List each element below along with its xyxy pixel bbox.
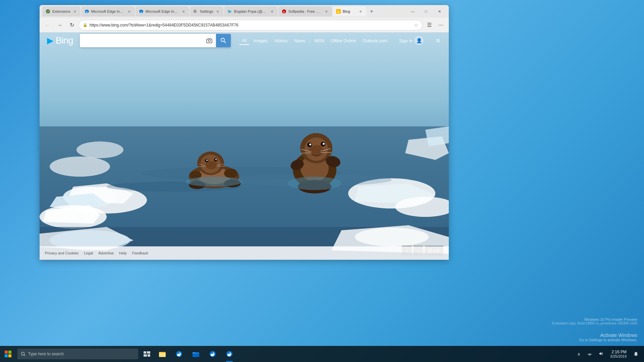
sign-in-label: Sign in bbox=[399, 38, 413, 43]
bing-logo[interactable]: ► Bing bbox=[45, 35, 73, 46]
svg-point-92 bbox=[589, 355, 590, 356]
nav-link-outlook[interactable]: Outlook.com bbox=[360, 37, 390, 45]
bing-nav: ► Bing bbox=[40, 33, 449, 49]
footer-help[interactable]: Help bbox=[119, 251, 127, 255]
tab-edge-insider-2-close[interactable]: ✕ bbox=[181, 9, 186, 14]
nav-link-office[interactable]: Office Online bbox=[328, 37, 359, 45]
edition-text: Windows 10 Pro Insider Preview bbox=[552, 317, 637, 321]
nav-link-news[interactable]: News bbox=[292, 37, 308, 45]
bing-favicon: B bbox=[336, 9, 341, 14]
svg-rect-78 bbox=[8, 354, 11, 357]
network-tray[interactable] bbox=[585, 351, 595, 357]
footer-privacy[interactable]: Privacy and Cookies bbox=[45, 251, 78, 255]
nav-link-videos[interactable]: Videos bbox=[272, 37, 290, 45]
maximize-button[interactable]: □ bbox=[419, 6, 433, 16]
svg-point-46 bbox=[185, 177, 243, 187]
desktop: 🧩 Extensions ✕ E Microsoft Edge Insider … bbox=[0, 0, 644, 362]
taskbar-app-explorer[interactable] bbox=[154, 346, 170, 362]
clock-time: 2:16 PM bbox=[611, 350, 627, 354]
watermark-subtitle: Go to Settings to activate Windows. bbox=[579, 338, 637, 342]
notification-button[interactable] bbox=[631, 346, 641, 362]
tab-twitter[interactable]: 🐦 Bogdan Popa (@bgdftw... ✕ bbox=[224, 6, 278, 16]
edge-insider-2-favicon: e bbox=[139, 9, 144, 14]
svg-point-79 bbox=[21, 352, 24, 355]
taskbar-search[interactable]: Type here to search bbox=[17, 349, 138, 359]
tab-edge-insider-1[interactable]: E Microsoft Edge Insider A... ✕ bbox=[81, 6, 135, 16]
edge-icon-3 bbox=[226, 350, 233, 358]
twitter-favicon: 🐦 bbox=[227, 9, 232, 14]
bing-camera-button[interactable] bbox=[203, 34, 216, 47]
minimize-button[interactable]: — bbox=[406, 6, 419, 16]
nav-bar: ← → ↻ 🔒 https://www.bing.com/?toWww=1&re… bbox=[40, 18, 449, 33]
tab-softpedia-close[interactable]: ✕ bbox=[324, 9, 329, 14]
watermark-title: Activate Windows bbox=[579, 333, 637, 338]
svg-point-24 bbox=[50, 157, 110, 177]
close-button[interactable]: ✕ bbox=[433, 6, 446, 16]
edge-icon-1 bbox=[175, 350, 183, 358]
hub-button[interactable]: ☰ bbox=[424, 20, 435, 31]
settings-favicon: ⚙ bbox=[193, 9, 198, 14]
bing-search-input[interactable] bbox=[80, 38, 203, 44]
tab-softpedia[interactable]: S Softpedia - Free Downl... ✕ bbox=[278, 6, 332, 16]
tab-twitter-close[interactable]: ✕ bbox=[270, 9, 274, 14]
softpedia-favicon: S bbox=[282, 9, 286, 14]
tab-bing-close[interactable]: ✕ bbox=[358, 9, 363, 14]
forward-button[interactable]: → bbox=[54, 20, 65, 31]
volume-tray[interactable] bbox=[596, 351, 606, 357]
new-tab-button[interactable]: + bbox=[367, 7, 376, 16]
task-view-button[interactable] bbox=[140, 346, 154, 362]
footer-legal[interactable]: Legal bbox=[84, 251, 93, 255]
extensions-favicon: 🧩 bbox=[46, 9, 50, 14]
more-button[interactable]: ⋯ bbox=[435, 20, 446, 31]
tab-edge-insider-1-label: Microsoft Edge Insider A... bbox=[91, 9, 125, 13]
nav-link-all[interactable]: All bbox=[239, 37, 249, 45]
svg-rect-77 bbox=[5, 354, 8, 357]
tab-extensions[interactable]: 🧩 Extensions ✕ bbox=[42, 6, 80, 16]
windows-watermark: Activate Windows Go to Settings to activ… bbox=[579, 333, 637, 342]
svg-rect-84 bbox=[148, 354, 150, 357]
bing-footer: Privacy and Cookies Legal Advertise Help… bbox=[40, 246, 449, 260]
back-button[interactable]: ← bbox=[42, 20, 53, 31]
tab-extensions-close[interactable]: ✕ bbox=[72, 9, 77, 14]
svg-rect-82 bbox=[147, 351, 150, 354]
svg-rect-83 bbox=[144, 354, 147, 357]
bing-nav-links: All Images Videos News | MSN Office Onli… bbox=[239, 37, 390, 45]
nav-link-msn[interactable]: MSN bbox=[312, 37, 327, 45]
svg-rect-76 bbox=[8, 351, 11, 354]
taskbar-search-placeholder: Type here to search bbox=[28, 352, 64, 356]
tab-settings[interactable]: ⚙ Settings ✕ bbox=[190, 6, 223, 16]
address-bar[interactable]: 🔒 https://www.bing.com/?toWww=1&redig=54… bbox=[78, 20, 423, 31]
taskbar-app-folder[interactable] bbox=[188, 346, 204, 362]
refresh-button[interactable]: ↻ bbox=[66, 20, 77, 31]
tab-settings-close[interactable]: ✕ bbox=[215, 9, 220, 14]
tab-softpedia-label: Softpedia - Free Downl... bbox=[288, 9, 322, 13]
svg-marker-22 bbox=[425, 126, 449, 146]
bing-menu-button[interactable]: ≡ bbox=[433, 35, 443, 46]
system-tray[interactable]: ∧ bbox=[575, 352, 583, 357]
tab-bing[interactable]: B Bing ✕ bbox=[333, 6, 366, 16]
taskbar-clock[interactable]: 2:16 PM 3/25/2019 bbox=[607, 350, 629, 358]
svg-rect-89 bbox=[193, 353, 199, 357]
taskbar-right: ∧ 2:1 bbox=[575, 346, 644, 362]
footer-feedback[interactable]: Feedback bbox=[132, 251, 148, 255]
svg-point-35 bbox=[215, 159, 217, 160]
start-button[interactable] bbox=[0, 346, 16, 362]
taskbar-search-icon bbox=[21, 352, 25, 356]
sign-in-button[interactable]: Sign in 👤 bbox=[396, 35, 426, 46]
taskbar-app-edge[interactable] bbox=[171, 346, 187, 362]
tab-edge-insider-2[interactable]: e Microsoft Edge Insider ✕ bbox=[136, 6, 189, 16]
tab-edge-insider-1-close[interactable]: ✕ bbox=[127, 9, 131, 14]
nav-separator: | bbox=[309, 38, 310, 43]
svg-point-34 bbox=[206, 160, 208, 161]
svg-point-23 bbox=[76, 141, 123, 158]
taskbar-app-edge-3[interactable] bbox=[221, 346, 237, 362]
nav-link-images[interactable]: Images bbox=[251, 37, 270, 45]
taskbar-app-edge-2[interactable] bbox=[205, 346, 221, 362]
favorite-icon[interactable]: ☆ bbox=[414, 22, 418, 28]
tab-bing-label: Bing bbox=[343, 9, 356, 13]
bing-search-button[interactable] bbox=[216, 34, 231, 47]
footer-advertise[interactable]: Advertise bbox=[98, 251, 114, 255]
network-icon bbox=[587, 351, 592, 357]
bing-search-bar bbox=[80, 34, 231, 47]
svg-rect-81 bbox=[144, 351, 146, 354]
